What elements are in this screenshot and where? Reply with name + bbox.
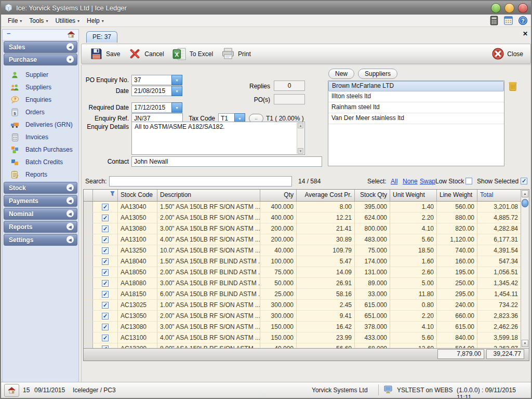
- suppliers-list[interactable]: Brown McFarlane LTD Illton steels ltd Ra…: [328, 81, 504, 166]
- header-stock-code[interactable]: Stock Code: [118, 190, 157, 201]
- tabstrip-close-icon[interactable]: [521, 30, 529, 38]
- table-row[interactable]: AC13100 4.00" ASA 150LB RF S/ON ASTM ...…: [84, 332, 529, 343]
- sidebar-section-reports[interactable]: Reports: [4, 221, 77, 233]
- sidebar-section-settings[interactable]: Settings: [4, 234, 77, 246]
- chevron-left-icon[interactable]: [66, 236, 74, 243]
- table-scrollbar[interactable]: [521, 190, 529, 348]
- sidebar-item-deliveries-grn[interactable]: Deliveries (GRN): [3, 118, 78, 131]
- row-checkbox[interactable]: [102, 236, 109, 243]
- print-button[interactable]: Print: [221, 48, 251, 60]
- sidebar-collapse-button[interactable]: –: [7, 31, 13, 37]
- dropdown-arrow-icon[interactable]: [171, 86, 182, 96]
- menu-tools[interactable]: Tools: [25, 16, 51, 26]
- home-icon[interactable]: [67, 31, 75, 38]
- calendar-icon[interactable]: [503, 16, 513, 25]
- table-row[interactable]: AC13050 2.00" ASA 150LB RF S/ON ASTM ...…: [84, 311, 529, 322]
- details-scrollbar[interactable]: [297, 123, 304, 154]
- help-icon[interactable]: ?: [518, 16, 528, 25]
- sidebar-item-supplier[interactable]: Supplier: [3, 69, 78, 81]
- row-checkbox[interactable]: [102, 269, 109, 276]
- new-supplier-button[interactable]: New: [328, 69, 354, 79]
- table-row[interactable]: AA13100 4.00" ASA 150LB RF S/ON ASTM ...…: [84, 234, 529, 245]
- window-close-button[interactable]: [518, 3, 528, 13]
- table-row[interactable]: AA18080 3.00" ASA 150LB RF BLIND ASTM ..…: [84, 278, 529, 289]
- sidebar-item-batch-credits[interactable]: Batch Credits: [3, 156, 78, 168]
- table-row[interactable]: AA13050 2.00" ASA 150LB RF S/ON ASTM ...…: [84, 212, 529, 223]
- row-checkbox[interactable]: [102, 215, 109, 221]
- scrollbar-thumb[interactable]: [522, 199, 528, 207]
- supplier-list-item[interactable]: Rainham steel ltd: [328, 102, 504, 113]
- sidebar-item-enquiries[interactable]: ? Enquiries: [3, 94, 78, 106]
- row-checkbox-cell[interactable]: [93, 256, 118, 267]
- row-checkbox[interactable]: [102, 324, 109, 330]
- calculator-icon[interactable]: [489, 16, 499, 25]
- sidebar-item-suppliers[interactable]: Suppliers: [3, 81, 78, 94]
- menu-file[interactable]: File: [4, 16, 25, 26]
- sidebar-section-nominal[interactable]: Nominal: [4, 208, 77, 220]
- required-date-combo[interactable]: 17/12/2015: [131, 102, 182, 113]
- header-qty[interactable]: Qty: [260, 190, 297, 201]
- scroll-down-icon[interactable]: [522, 340, 528, 347]
- tab-pe-37[interactable]: PE: 37: [86, 31, 117, 43]
- menu-utilities[interactable]: Utilities: [51, 16, 83, 26]
- row-checkbox[interactable]: [102, 280, 109, 287]
- chevron-down-icon[interactable]: [66, 56, 74, 63]
- chevron-left-icon[interactable]: [66, 43, 74, 50]
- chevron-left-icon[interactable]: [66, 197, 74, 204]
- table-row[interactable]: AC13200 8.00" ASA 150LB RF S/ON ASTM ...…: [84, 343, 529, 348]
- show-selected-checkbox[interactable]: [521, 178, 527, 184]
- sidebar-item-orders[interactable]: $ Orders: [3, 106, 78, 118]
- table-row[interactable]: AA13040 1.50" ASA 150LB RF S/ON ASTM ...…: [84, 202, 529, 212]
- row-checkbox[interactable]: [102, 291, 109, 298]
- row-checkbox-cell[interactable]: [93, 322, 118, 332]
- table-row[interactable]: AA18050 2.00" ASA 150LB RF BLIND ASTM ..…: [84, 267, 529, 278]
- sidebar-item-reports[interactable]: Reports: [3, 168, 78, 181]
- row-checkbox-cell[interactable]: [93, 267, 118, 278]
- table-row[interactable]: AC13080 3.00" ASA 150LB RF S/ON ASTM ...…: [84, 322, 529, 332]
- menu-help[interactable]: Help: [83, 16, 108, 26]
- header-average-cost[interactable]: Average Cost Pr.: [297, 190, 355, 201]
- row-checkbox[interactable]: [102, 204, 109, 210]
- delete-supplier-trash-icon[interactable]: [508, 81, 517, 91]
- sidebar-item-batch-purchases[interactable]: Batch Purchases: [3, 143, 78, 156]
- scroll-up-icon[interactable]: [522, 190, 528, 197]
- suppliers-button[interactable]: Suppliers: [358, 69, 397, 79]
- row-checkbox-cell[interactable]: [93, 311, 118, 322]
- header-line-weight[interactable]: Line Weight: [437, 190, 477, 201]
- row-checkbox-cell[interactable]: [93, 289, 118, 300]
- sidebar-item-invoices[interactable]: Invoices: [3, 131, 78, 143]
- home-button[interactable]: [4, 384, 19, 397]
- scroll-up-icon[interactable]: [298, 123, 303, 128]
- select-swap-link[interactable]: Swap: [420, 178, 435, 185]
- header-total[interactable]: Total: [477, 190, 521, 201]
- date-combo[interactable]: 21/08/2015: [131, 86, 182, 96]
- po-enquiry-no-value[interactable]: 37: [131, 75, 171, 85]
- cancel-button[interactable]: Cancel: [128, 48, 164, 60]
- row-checkbox[interactable]: [102, 225, 109, 232]
- row-checkbox-cell[interactable]: [93, 343, 118, 348]
- header-stock-qty[interactable]: Stock Qty: [355, 190, 390, 201]
- po-enquiry-no-combo[interactable]: 37: [131, 75, 182, 85]
- date-value[interactable]: 21/08/2015: [131, 86, 171, 96]
- row-checkbox-cell[interactable]: [93, 332, 118, 343]
- window-maximize-button[interactable]: [504, 3, 514, 13]
- save-button[interactable]: Save: [90, 47, 120, 60]
- row-checkbox-cell[interactable]: [93, 212, 118, 223]
- required-date-value[interactable]: 17/12/2015: [131, 102, 171, 113]
- dropdown-arrow-icon[interactable]: [171, 102, 182, 113]
- table-row[interactable]: AC13025 1.00" ASA 150LB RF S/ON ASTM ...…: [84, 300, 529, 311]
- row-checkbox[interactable]: [102, 313, 109, 320]
- window-minimize-button[interactable]: [491, 3, 501, 13]
- row-checkbox-cell[interactable]: [93, 223, 118, 234]
- row-checkbox-cell[interactable]: [93, 300, 118, 311]
- close-button[interactable]: Close: [492, 48, 523, 60]
- supplier-list-item[interactable]: Van Der Meer stainless ltd: [328, 113, 504, 124]
- row-checkbox-cell[interactable]: [93, 278, 118, 289]
- table-row[interactable]: AA18150 6.00" ASA 150LB RF BLIND ASTM ..…: [84, 289, 529, 300]
- header-unit-weight[interactable]: Unit Weight: [390, 190, 437, 201]
- table-row[interactable]: AA13250 10.0" ASA 150LB RF S/ON ASTM ...…: [84, 245, 529, 256]
- contact-field[interactable]: John Newall: [131, 156, 322, 167]
- supplier-list-item[interactable]: Illton steels ltd: [328, 91, 504, 102]
- to-excel-button[interactable]: X To Excel: [172, 47, 213, 61]
- chevron-left-icon[interactable]: [66, 223, 74, 230]
